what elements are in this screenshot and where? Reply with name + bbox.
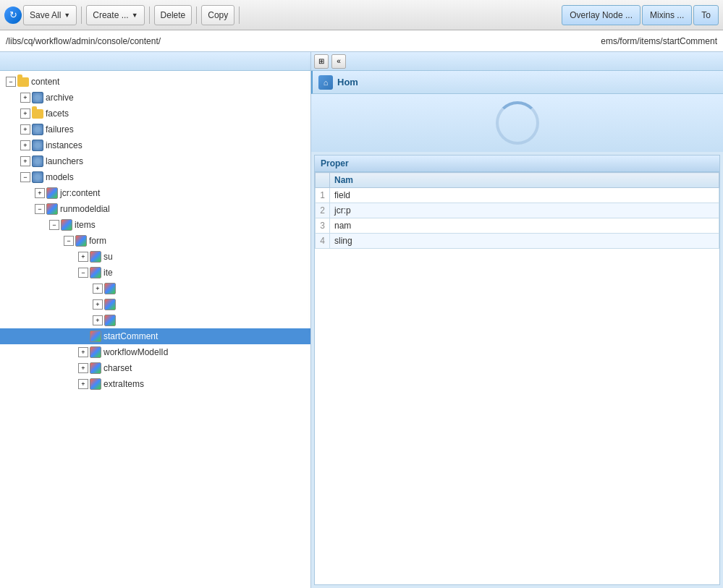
tree-item-instances[interactable]: + instances	[0, 137, 310, 153]
divider3	[196, 7, 197, 24]
table-row: 1 field	[316, 188, 719, 203]
folder-icon-facets	[32, 108, 43, 119]
save-all-button[interactable]: Save All ▼	[23, 5, 77, 25]
save-all-label: Save All	[30, 10, 61, 20]
tree-panel: − content + archive + facets + failures	[0, 52, 311, 588]
tree-item-runmodeldial[interactable]: − runmodeldial	[0, 201, 310, 217]
tree-item-ite[interactable]: − ite	[0, 265, 310, 281]
collapse-button[interactable]: «	[331, 54, 346, 69]
expand-archive[interactable]: +	[20, 93, 30, 103]
expand-child1[interactable]: +	[93, 284, 103, 294]
properties-panel: Proper Nam 1 field 2 jcr:p	[314, 155, 720, 585]
node-icon-runmodeldial	[46, 203, 58, 215]
col-header-num	[316, 173, 330, 188]
node-icon-child2	[104, 299, 116, 310]
tree-item-items[interactable]: − items	[0, 217, 310, 233]
expand-models[interactable]: −	[20, 172, 30, 182]
table-row: 4 sling	[316, 234, 719, 249]
copy-button[interactable]: Copy	[201, 5, 234, 25]
expand-instances[interactable]: +	[20, 140, 30, 150]
expand-form[interactable]: −	[64, 236, 74, 246]
tree-item-charset[interactable]: + charset	[0, 360, 310, 376]
expand-runmodeldial[interactable]: −	[35, 204, 45, 214]
col-header-bar	[0, 52, 310, 71]
expand-failures[interactable]: +	[20, 124, 30, 135]
expand-jcrcontent[interactable]: +	[35, 188, 45, 198]
tree-item-startcomment[interactable]: startComment	[0, 328, 310, 344]
expand-content[interactable]: −	[6, 77, 16, 87]
address-input[interactable]	[6, 36, 601, 46]
expand-ite[interactable]: −	[78, 268, 88, 278]
expand-items[interactable]: −	[49, 220, 59, 230]
node-icon-child1	[104, 283, 116, 294]
tree-item-form[interactable]: − form	[0, 233, 310, 249]
delete-label: Delete	[161, 10, 186, 20]
node-icon-charset	[90, 362, 101, 374]
expand-child3[interactable]: +	[93, 315, 103, 325]
right-panel: ⊞ « ⌂ Hom Proper Nam	[311, 52, 723, 588]
node-icon-failures	[32, 124, 43, 135]
home-icon: ⌂	[318, 75, 333, 90]
tree-item-su[interactable]: + su	[0, 249, 310, 265]
address-bar: ems/form/items/startComment	[0, 30, 723, 52]
tree-item-launchers[interactable]: + launchers	[0, 153, 310, 169]
folder-icon	[17, 76, 29, 88]
expand-launchers[interactable]: +	[20, 156, 30, 166]
node-icon-models	[32, 171, 43, 183]
tree-item-child1[interactable]: +	[0, 281, 310, 297]
properties-header: Proper	[315, 155, 719, 172]
home-title: Hom	[337, 77, 358, 88]
home-panel: ⌂ Hom	[311, 71, 723, 94]
divider1	[81, 7, 82, 24]
main-area: − content + archive + facets + failures	[0, 52, 723, 588]
refresh-icon: ↻	[4, 7, 22, 24]
create-arrow-icon: ▼	[132, 12, 138, 19]
expand-charset[interactable]: +	[78, 363, 88, 373]
tools-tab[interactable]: To	[693, 5, 719, 25]
node-icon-su	[90, 251, 101, 263]
node-icon-child3	[104, 315, 116, 326]
expand-workflowmodelid[interactable]: +	[78, 347, 88, 357]
node-icon-form	[75, 235, 87, 247]
right-top-bar: ⊞ «	[311, 52, 723, 71]
node-icon-launchers	[32, 155, 43, 167]
tree-item-content[interactable]: − content	[0, 74, 310, 90]
tree-item-extraitems[interactable]: + extraItems	[0, 376, 310, 392]
node-icon-archive	[32, 92, 43, 103]
dropdown-arrow-icon: ▼	[64, 12, 70, 19]
expand-su[interactable]: +	[78, 252, 88, 262]
expand-child2[interactable]: +	[93, 299, 103, 310]
delete-button[interactable]: Delete	[154, 5, 193, 25]
divider4	[239, 7, 240, 24]
create-label: Create ...	[93, 10, 128, 20]
grid-view-button[interactable]: ⊞	[314, 54, 329, 69]
tree-item-failures[interactable]: + failures	[0, 122, 310, 137]
table-row: 3 nam	[316, 218, 719, 234]
tree-item-facets[interactable]: + facets	[0, 106, 310, 122]
node-icon-ite	[90, 267, 101, 278]
tree-item-child3[interactable]: +	[0, 312, 310, 328]
mixins-tab[interactable]: Mixins ...	[642, 5, 692, 25]
tree-item-archive[interactable]: + archive	[0, 90, 310, 106]
tree-item-jcrcontent[interactable]: + jcr:content	[0, 185, 310, 201]
loading-spinner	[496, 101, 539, 145]
tree-item-child2[interactable]: +	[0, 297, 310, 312]
copy-label: Copy	[208, 10, 228, 20]
expand-facets[interactable]: +	[20, 108, 30, 119]
loading-area	[311, 94, 723, 152]
node-icon-instances	[32, 140, 43, 151]
col-header-name: Nam	[330, 173, 719, 188]
tree-item-models[interactable]: − models	[0, 169, 310, 185]
node-icon-startcomment	[90, 331, 101, 342]
tree-item-workflowmodelid[interactable]: + workflowModelId	[0, 344, 310, 360]
table-row: 2 jcr:p	[316, 203, 719, 218]
expand-extraitems[interactable]: +	[78, 379, 88, 389]
properties-table: Nam 1 field 2 jcr:p 3 nam	[315, 172, 719, 249]
tree-content[interactable]: − content + archive + facets + failures	[0, 71, 310, 588]
overlay-node-tab[interactable]: Overlay Node ...	[562, 5, 640, 25]
node-icon-workflowmodelid	[90, 346, 101, 358]
toolbar: ↻ Save All ▼ Create ... ▼ Delete Copy Ov…	[0, 0, 723, 30]
node-icon-items	[61, 219, 72, 231]
create-button[interactable]: Create ... ▼	[86, 5, 144, 25]
divider2	[149, 7, 150, 24]
